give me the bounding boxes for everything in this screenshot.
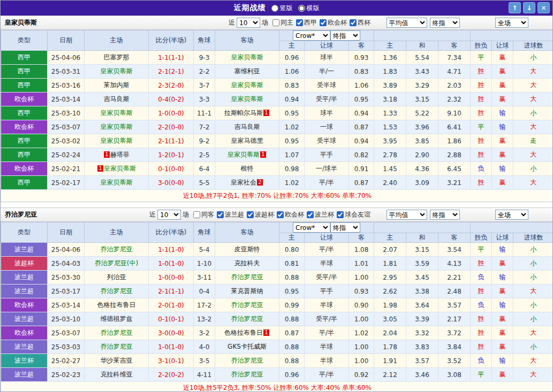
scope-select[interactable]: 全场 — [495, 18, 528, 28]
layout-radio-horizontal-input[interactable] — [298, 5, 305, 12]
average-kind-select[interactable]: 终指 — [430, 210, 460, 220]
home-team-cell: 吉马良斯 — [85, 93, 149, 106]
euro-away-odds: 1.86 — [438, 134, 471, 148]
team-name: 皇家贝蒂斯 — [231, 53, 263, 61]
handicap-result-cell: 赢 — [492, 326, 513, 340]
match-row: 西甲25-03-02皇家贝蒂斯2-1(1-1)9-2皇家马德里0.95受半球0.… — [1, 134, 553, 148]
column-header: 类型 — [1, 222, 48, 243]
odds-company-select[interactable]: Crow* — [293, 222, 330, 233]
team-name: 乔治罗尼亚 — [101, 329, 133, 336]
handicap-away-odds: 0.92 — [349, 368, 374, 382]
match-count-select[interactable]: 10 — [237, 18, 260, 28]
handicap-result-cell: 赢 — [492, 257, 513, 271]
corner-cell: 6-4 — [194, 162, 215, 176]
league-cell: 西甲 — [1, 51, 48, 65]
near-label: 近 — [149, 210, 156, 219]
column-header: 主 — [279, 233, 305, 243]
goals-result-cell: 大 — [513, 93, 553, 106]
odds-company-select[interactable]: Crow* — [293, 30, 330, 41]
same-venue-checkbox[interactable]: 同主 — [272, 18, 293, 27]
corner-cell: 17-2 — [194, 298, 215, 312]
euro-home-odds: 1.78 — [374, 340, 406, 354]
red-card-badge: 2 — [257, 179, 263, 186]
team-name: 赫塔菲 — [110, 151, 130, 158]
handicap-away-odds: 0.91 — [349, 162, 374, 176]
recent-results-panel: 近期战绩 竖版 横版 ↑ ↓ ✕ 皇家贝蒂斯近10场同主西甲欧会杯西杯平均值终指… — [0, 0, 553, 392]
euro-draw-odds: 3.96 — [406, 120, 438, 134]
euro-away-odds: 9.10 — [438, 106, 471, 120]
match-outcome-cell: 胜 — [471, 106, 492, 120]
near-label: 近 — [229, 18, 235, 27]
competition-checkbox-input[interactable] — [247, 211, 254, 218]
away-team-cell: 拉斯帕尔马斯1 — [215, 106, 279, 120]
date-cell: 25-03-07 — [48, 326, 85, 340]
corner-cell: 5-4 — [194, 243, 215, 257]
average-select[interactable]: 平均值 — [387, 210, 427, 220]
score-cell: 3-0(0-0) — [149, 176, 194, 190]
competition-checkbox-label: 欧会杯 — [328, 18, 347, 27]
home-team-cell: 乔治罗尼亚 — [85, 285, 149, 298]
competition-checkbox-input[interactable] — [296, 19, 303, 26]
competition-checkbox-input[interactable] — [350, 19, 357, 26]
competition-checkbox-input[interactable] — [320, 19, 327, 26]
handicap-line: 半球 — [305, 257, 349, 271]
column-header: 主场 — [85, 222, 149, 243]
corner-cell: 13-2 — [194, 312, 215, 326]
column-header: 日期 — [48, 30, 85, 51]
match-row: 欧会杯25-03-07皇家贝蒂斯2-2(0-0)7-2吉马良斯1.02一球0.8… — [1, 120, 553, 134]
move-down-button[interactable]: ↓ — [523, 2, 535, 13]
layout-radio-vertical-input[interactable] — [271, 5, 278, 12]
competition-checkbox[interactable]: 西杯 — [350, 18, 370, 27]
match-count-select[interactable]: 10 — [157, 210, 181, 220]
competition-checkbox-input[interactable] — [307, 211, 314, 218]
layout-radio-vertical[interactable]: 竖版 — [271, 4, 293, 13]
column-header: 客场 — [215, 30, 279, 51]
euro-draw-odds: 3.59 — [406, 257, 438, 271]
layout-radio-horizontal[interactable]: 横版 — [298, 4, 320, 13]
home-team-cell: 1皇家贝蒂斯 — [85, 162, 149, 176]
competition-checkbox[interactable]: 波超杯 — [247, 210, 274, 219]
odds-kind-select[interactable]: 终指 — [330, 30, 360, 41]
euro-draw-odds: 3.45 — [406, 271, 438, 285]
handicap-line: 半球 — [305, 298, 349, 312]
home-team-cell: 维德祖罗兹 — [85, 312, 149, 326]
same-venue-checkbox-input[interactable] — [272, 19, 279, 26]
competition-checkbox[interactable]: 西甲 — [296, 18, 317, 27]
competition-checkbox-input[interactable] — [217, 211, 224, 218]
competition-checkbox[interactable]: 球会友谊 — [337, 210, 370, 219]
summary-text: 近10场,胜5平2负3, 胜率:50% 让胜率:60% 大率:40% 单率:60… — [1, 382, 553, 392]
competition-checkbox[interactable]: 波兰杯 — [307, 210, 334, 219]
handicap-home-odds: 0.98 — [279, 162, 305, 176]
match-outcome-cell: 负 — [471, 162, 492, 176]
competition-checkbox-input[interactable] — [277, 211, 284, 218]
euro-home-odds: 2.04 — [374, 326, 406, 340]
average-kind-select[interactable]: 终指 — [430, 18, 460, 28]
same-venue-checkbox[interactable]: 同客 — [193, 210, 214, 219]
handicap-home-odds: 0.96 — [279, 368, 305, 382]
column-header: 让球 — [492, 233, 513, 243]
handicap-result-cell: 赢 — [492, 51, 513, 65]
team-name: 根特 — [241, 165, 254, 172]
euro-away-odds: 3.52 — [438, 354, 471, 368]
competition-checkbox[interactable]: 欧会杯 — [277, 210, 304, 219]
summary-row: 近10场,胜5平2负3, 胜率:50% 让胜率:60% 大率:40% 单率:60… — [1, 382, 553, 392]
column-header: 客 — [349, 233, 374, 243]
score-cell: 1-0(1-0) — [149, 257, 194, 271]
euro-home-odds: 2.62 — [374, 285, 406, 298]
competition-checkbox[interactable]: 波兰超 — [217, 210, 244, 219]
league-cell: 波超杯 — [1, 257, 48, 271]
handicap-result-cell: 赢 — [492, 79, 513, 93]
average-select[interactable]: 平均值 — [387, 18, 427, 28]
same-venue-checkbox-input[interactable] — [193, 211, 200, 218]
scope-select[interactable]: 全场 — [495, 210, 528, 220]
competition-checkbox-input[interactable] — [337, 211, 344, 218]
odds-kind-select[interactable]: 终指 — [330, 222, 360, 233]
move-up-button[interactable]: ↑ — [509, 2, 521, 13]
competition-checkbox-label: 西杯 — [358, 18, 370, 27]
euro-away-odds: 6.45 — [438, 162, 471, 176]
competition-checkbox[interactable]: 欧会杯 — [320, 18, 347, 27]
team-name: 皇家贝蒂斯 — [228, 151, 260, 158]
euro-home-odds: 2.12 — [374, 368, 406, 382]
match-outcome-cell: 平 — [471, 51, 492, 65]
close-button[interactable]: ✕ — [537, 2, 550, 13]
